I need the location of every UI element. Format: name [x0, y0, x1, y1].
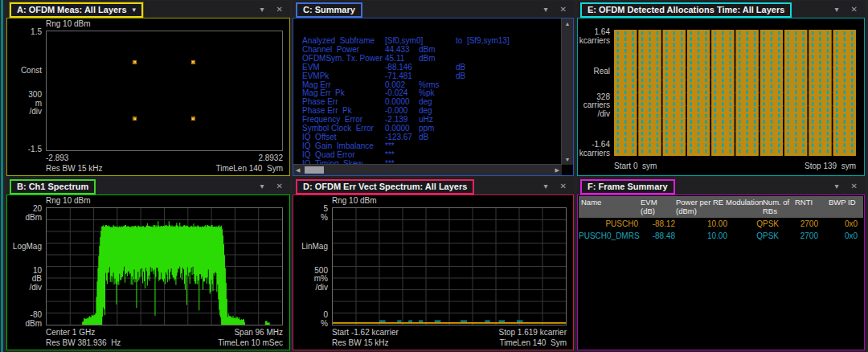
- panel-b-title: B: Ch1 Spectrum: [17, 182, 88, 191]
- collapse-icon[interactable]: ▾: [260, 6, 264, 14]
- scrollbar-thumb[interactable]: [305, 166, 324, 174]
- span-label: Span 96 MHz: [234, 328, 283, 337]
- close-icon[interactable]: ✕: [276, 182, 283, 190]
- collapse-icon[interactable]: ▾: [544, 182, 548, 190]
- collapse-icon[interactable]: ▾: [835, 6, 839, 14]
- time-len-label: TimeLen 10 mSec: [218, 338, 283, 347]
- column-header[interactable]: Num. of RBs: [763, 196, 795, 215]
- column-header[interactable]: Power per RE (dBm): [676, 196, 726, 215]
- x-start-label: Start -1.62 kcarrier: [332, 328, 399, 337]
- summary-unit: dBm: [419, 45, 436, 54]
- summary-row: Symbol Clock Error0.0000ppm: [302, 125, 561, 133]
- x-axis-labels: -2.893 2.8932: [46, 153, 283, 162]
- vertical-scrollbar[interactable]: ▲ ▼: [561, 18, 573, 165]
- allocations-plot[interactable]: [614, 29, 856, 157]
- collapse-icon[interactable]: ▾: [835, 182, 839, 190]
- time-len-label: TimeLen 140 Sym: [499, 338, 567, 347]
- trace-format-label: LinMag: [301, 243, 328, 252]
- x-axis-labels: Center 1 GHz Span 96 MHz: [46, 328, 283, 337]
- range-label: Rng 10 dBm: [332, 196, 377, 205]
- panel-err-vect-spectrum: D: OFDM Err Vect Spectrum: All Layers ▾ …: [293, 178, 574, 350]
- table-cell: 2700: [786, 218, 824, 230]
- summary-label: EVM: [302, 63, 385, 72]
- trace-format-label: LogMag: [13, 243, 42, 252]
- panel-d-title-tab[interactable]: D: OFDM Err Vect Spectrum: All Layers: [296, 179, 474, 194]
- spectrum-plot[interactable]: [46, 207, 283, 325]
- summary-unit: uHz: [419, 115, 433, 124]
- summary-unit: ppm: [419, 124, 434, 133]
- table-row[interactable]: PUSCH0-88.1210.00QPSK27000x00: [579, 218, 863, 230]
- y-axis-per-div-label: 10 dB /div: [29, 267, 42, 293]
- collapse-icon[interactable]: ▾: [544, 6, 548, 14]
- panel-f-title-tab[interactable]: F: Frame Summary: [580, 179, 675, 194]
- y-axis-gutter: 1.5 Const 300 m /div -1.5: [7, 31, 44, 151]
- panel-c-title-tab[interactable]: C: Summary: [296, 2, 362, 18]
- summary-row: OFDMSym. Tx. Power45.11dBm: [302, 55, 561, 63]
- constellation-plot[interactable]: [46, 31, 283, 151]
- panel-e-titlebar[interactable]: E: OFDM Detected Allocations Time: All L…: [577, 1, 865, 18]
- panel-c-content: Analyzed Subframe[Sf0,sym0]to [Sf9,sym13…: [293, 18, 574, 176]
- panel-c-titlebar[interactable]: C: Summary ▾ ✕: [293, 1, 574, 18]
- table-cell: -88.12: [640, 218, 678, 230]
- horizontal-scrollbar[interactable]: ◀ ▶: [293, 164, 562, 175]
- y-axis-gutter: 5 % LinMag 500 m% /div 0 %: [293, 207, 330, 325]
- err-vect-plot[interactable]: [332, 207, 567, 325]
- constellation-point: [191, 117, 195, 121]
- panel-a-content: Rng 10 dBm 1.5 Const 300 m /div -1.5 -2.…: [6, 18, 290, 176]
- scroll-right-icon[interactable]: ▶: [553, 165, 562, 175]
- panel-b-titlebar[interactable]: B: Ch1 Spectrum ▾ ✕: [6, 178, 290, 194]
- x-stop-label: Stop 1.619 kcarrier: [499, 328, 567, 337]
- panel-d-content: Rng 10 dBm 5 % LinMag 500 m% /div 0 % St…: [293, 194, 574, 350]
- column-header[interactable]: Modulation: [726, 196, 763, 207]
- allocations-chart: [614, 29, 856, 157]
- panel-f-titlebar[interactable]: F: Frame Summary ▾ ✕: [577, 178, 865, 194]
- y-axis-top-label: 1.5: [31, 28, 42, 37]
- y-axis-bottom-label: -80 dBm: [25, 311, 42, 328]
- range-label: Rng 10 dBm: [46, 196, 91, 205]
- scroll-up-icon[interactable]: ▲: [563, 18, 573, 29]
- table-cell: QPSK: [742, 230, 786, 242]
- scroll-down-icon[interactable]: ▼: [563, 154, 573, 165]
- err-vect-chart: [333, 208, 566, 325]
- summary-unit: dB: [456, 63, 465, 72]
- x-axis-labels: Start -1.62 kcarrier Stop 1.619 kcarrier: [332, 328, 567, 337]
- panel-d-titlebar[interactable]: D: OFDM Err Vect Spectrum: All Layers ▾ …: [293, 178, 574, 194]
- trace-format-label: Real: [593, 68, 610, 76]
- table-cell: 0x0: [824, 218, 865, 230]
- res-bw-label: Res BW 381.936 Hz: [46, 338, 121, 347]
- panel-ch1-spectrum: B: Ch1 Spectrum ▾ ✕ Rng 10 dBm 20 dBm Lo…: [6, 178, 290, 350]
- panel-ofdm-meas: A: OFDM Meas: All Layers ▾ ▾ ✕ Rng 10 dB…: [6, 1, 290, 176]
- footer-labels: Res BW 381.936 Hz TimeLen 10 mSec: [46, 338, 283, 347]
- summary-label: EVMPk: [302, 72, 385, 81]
- summary-unit: dBm: [419, 54, 436, 63]
- panel-b-title-tab[interactable]: B: Ch1 Spectrum: [10, 179, 96, 194]
- column-header[interactable]: [861, 196, 865, 198]
- column-header[interactable]: EVM (dB): [641, 196, 676, 215]
- panel-summary: C: Summary ▾ ✕ Analyzed Subframe[Sf0,sym…: [293, 1, 574, 176]
- table-row[interactable]: PUSCH0_DMRS-88.4810.00QPSK27000x00: [579, 230, 863, 242]
- table-cell: PUSCH0: [579, 218, 640, 230]
- column-header[interactable]: Name: [579, 196, 641, 207]
- summary-unit: dB: [456, 72, 465, 80]
- trace-format-label: Const: [21, 67, 42, 76]
- panel-frame-summary: F: Frame Summary ▾ ✕ NameEVM (dB)Power p…: [577, 178, 865, 350]
- close-icon[interactable]: ✕: [851, 182, 858, 190]
- close-icon[interactable]: ✕: [851, 6, 858, 14]
- x-axis-right: 2.8932: [258, 153, 283, 162]
- close-icon[interactable]: ✕: [560, 6, 567, 14]
- panel-a-titlebar[interactable]: A: OFDM Meas: All Layers ▾ ▾ ✕: [6, 1, 290, 18]
- scroll-left-icon[interactable]: ◀: [293, 165, 302, 175]
- y-axis-bottom-label: 0 %: [321, 311, 328, 328]
- summary-unit: dB: [419, 133, 428, 141]
- close-icon[interactable]: ✕: [560, 182, 567, 190]
- column-header[interactable]: BWP ID: [829, 196, 861, 207]
- column-header[interactable]: RNTI: [795, 196, 829, 207]
- panel-c-title: C: Summary: [303, 5, 355, 14]
- dropdown-caret-icon[interactable]: ▾: [133, 6, 137, 14]
- table-cell: 0x0: [824, 230, 865, 242]
- collapse-icon[interactable]: ▾: [260, 182, 264, 190]
- panel-a-title-tab[interactable]: A: OFDM Meas: All Layers ▾: [10, 2, 143, 18]
- panel-e-title-tab[interactable]: E: OFDM Detected Allocations Time: All L…: [580, 2, 792, 18]
- panel-f-title: F: Frame Summary: [588, 182, 668, 191]
- close-icon[interactable]: ✕: [276, 6, 283, 14]
